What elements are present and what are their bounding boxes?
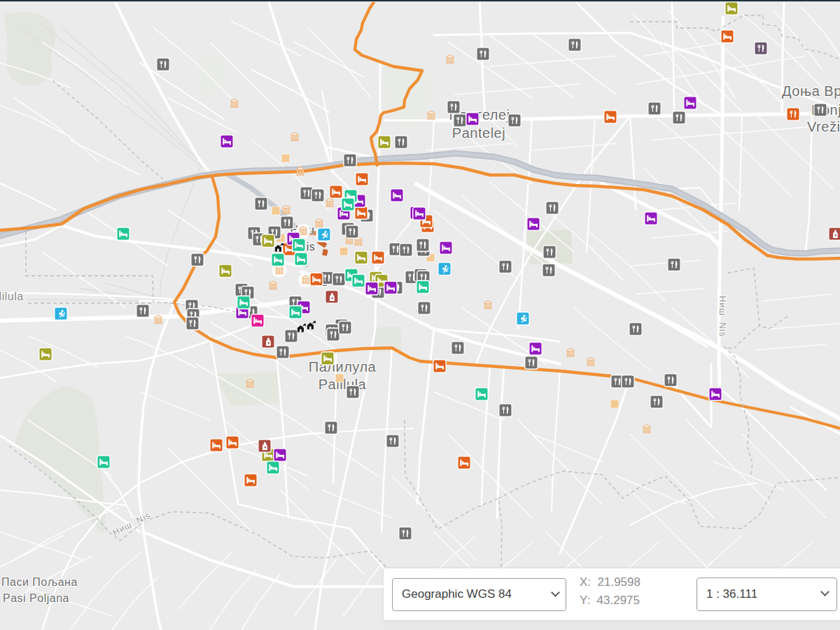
svg-text:Паси Пољана: Паси Пољана — [1, 576, 78, 588]
svg-text:Pantelej: Pantelej — [452, 125, 505, 141]
svg-text:Палилула: Палилула — [309, 359, 377, 374]
svg-text:Pasi Poljana: Pasi Poljana — [3, 592, 69, 604]
svg-text:Доња Врежина: Доња Врежина — [782, 83, 840, 99]
svg-text:Palilula: Palilula — [0, 290, 24, 302]
svg-text:Vrežina: Vrežina — [807, 119, 840, 134]
svg-text:Ниш Nis: Ниш Nis — [718, 295, 727, 337]
